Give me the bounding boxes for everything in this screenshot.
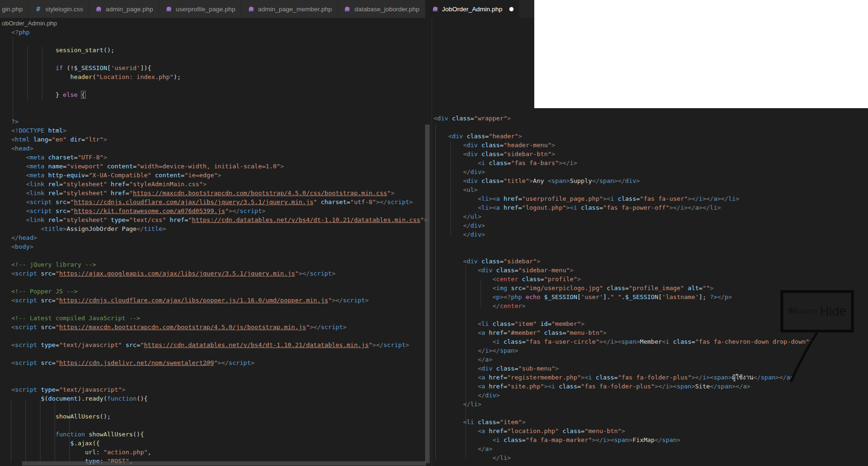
code-line <box>11 81 427 90</box>
code-line <box>11 376 427 385</box>
code-line: <?php <box>11 28 427 37</box>
tab-label: JobOrder_Admin.php <box>442 6 502 13</box>
code-line: <script src="https://cdnjs.cloudflare.co… <box>11 296 427 305</box>
hide-annotation-box: ที่ต้องการ Hide <box>780 290 854 332</box>
code-line: if (!$_SESSION['userid']){ <box>11 63 427 72</box>
code-line: <meta charset="UTF-8"> <box>11 153 427 162</box>
code-line: <link rel="stylesheet" type="text/css" h… <box>11 215 427 224</box>
horizontal-scrollbar-thumb[interactable] <box>22 461 426 466</box>
code-line: <!DOCTYPE html> <box>11 126 427 135</box>
code-line: <meta name="viewport" content="width=dev… <box>11 162 427 171</box>
code-line <box>11 108 427 117</box>
code-line: <li><a href="logout.php"><i class="fas f… <box>434 203 813 212</box>
tab-label: gin.php <box>2 6 23 13</box>
annotation-hide-label: Hide <box>820 304 846 319</box>
tab-label: admin_page.php <box>106 6 153 13</box>
code-line: </li> <box>434 400 813 409</box>
tab-label: admin_page_member.php <box>258 6 332 13</box>
code-line <box>11 278 427 287</box>
code-area-left: <?php session_start(); if (!$_SESSION['u… <box>11 28 427 466</box>
code-line: <!-- Latest compiled JavaScript --> <box>11 314 427 323</box>
tab-userprofile-page-php[interactable]: userprofile_page.php <box>159 0 241 18</box>
php-file-icon <box>165 5 172 13</box>
code-line: <body> <box>11 242 427 251</box>
code-line: <!-- jQuery library --> <box>11 260 427 269</box>
code-line: <script src="https://cdnjs.cloudflare.co… <box>11 197 427 206</box>
code-line: </div> <box>434 230 813 239</box>
code-line: function showAllUsers(){ <box>11 430 427 439</box>
tab-label: stylelogin.css <box>45 6 83 13</box>
code-line: <div class="sidebar-btn"> <box>434 150 813 158</box>
tab-joborder-admin-php[interactable]: JobOrder_Admin.php <box>426 0 520 18</box>
code-line: url: "action.php", <box>11 448 427 457</box>
code-line: <script src="https://cdn.jsdelivr.net/np… <box>11 358 427 367</box>
annotation-arrow <box>753 329 847 386</box>
code-line: <center class="profile"> <box>434 275 813 284</box>
code-line: <div class="wrapper"> <box>434 114 813 123</box>
editor-pane-left[interactable]: <?php session_start(); if (!$_SESSION['u… <box>0 18 429 466</box>
code-line: } else { <box>11 90 427 99</box>
code-line: <i class="fa fa-map-marker"></i><span>Fi… <box>434 435 813 444</box>
tab-label: database_joborder.php <box>354 6 419 13</box>
breadcrumb[interactable]: obOrder_Admin.php <box>2 20 57 27</box>
code-line: <li><a href="userprofile_page.php"><i cl… <box>434 194 813 203</box>
php-file-icon <box>247 5 255 13</box>
code-line <box>11 99 427 108</box>
code-line: ?> <box>11 117 427 126</box>
code-line: $.ajax({ <box>11 439 427 448</box>
code-line <box>434 248 813 257</box>
white-redaction-overlay <box>534 0 868 108</box>
code-line <box>11 421 427 430</box>
css-file-icon: # <box>34 5 42 13</box>
tab-gin-php[interactable]: gin.php <box>0 0 29 18</box>
code-line: <script src="https://maxcdn.bootstrapcdn… <box>11 323 427 332</box>
code-line: <img src="img/userpiclogo.jpg" class="pr… <box>434 284 813 292</box>
code-line <box>434 310 813 319</box>
code-line <box>434 123 813 132</box>
tab-admin-page-member-php[interactable]: admin_page_member.php <box>241 0 338 18</box>
vscode-window: { "colors": { "editor_bg": "#1e1e1e", "t… <box>0 0 868 466</box>
code-line: </div> <box>434 167 813 176</box>
tab-admin-page-php[interactable]: admin_page.php <box>89 0 160 18</box>
tab-label: userprofile_page.php <box>176 6 235 13</box>
code-line <box>11 332 427 340</box>
code-line: <head> <box>11 144 427 153</box>
code-line <box>11 349 427 358</box>
vertical-scrollbar-thumb[interactable] <box>425 125 430 463</box>
code-line: <i class="fas fa-bars"></i> <box>434 158 813 167</box>
code-line <box>11 367 427 376</box>
annotation-thai-label: ที่ต้องการ <box>788 306 817 317</box>
php-file-icon <box>431 5 439 13</box>
code-line: <div class="header"> <box>434 132 813 141</box>
code-line: <script src="https://ajax.googleapis.com… <box>11 269 427 278</box>
tab-stylelogin-css[interactable]: #stylelogin.css <box>29 0 89 18</box>
code-line: <html lang="en" dir="ltr"> <box>11 135 427 144</box>
code-line: header("Location: index.php"); <box>11 72 427 81</box>
code-line: <link rel="stylesheet" href="styleAdminM… <box>11 180 427 189</box>
code-line: <script src="https://kit.fontawesome.com… <box>11 206 427 215</box>
code-line: </li> <box>434 453 813 462</box>
modified-dot-icon[interactable] <box>509 7 514 11</box>
code-line: <div class="header-menu"> <box>434 141 813 150</box>
code-line <box>434 239 813 248</box>
code-line <box>11 251 427 260</box>
tab-database-joborder-php[interactable]: database_joborder.php <box>338 0 426 18</box>
code-line: <meta http-equiv="X-UA-Compatible" conte… <box>11 171 427 180</box>
code-line: <div class="title">Any <span>Supply</spa… <box>434 176 813 185</box>
code-line: <a href="location.php" class="menu-btn"> <box>434 427 813 435</box>
code-line: </div> <box>434 391 813 400</box>
code-line: </head> <box>11 233 427 242</box>
pane-divider[interactable] <box>432 18 432 466</box>
code-line: </a> <box>434 444 813 453</box>
code-line: session_start(); <box>11 46 427 55</box>
php-file-icon <box>344 5 351 13</box>
code-line: <li class="item"> <box>434 418 813 427</box>
code-line: <div class="sidebar"> <box>434 257 813 266</box>
code-line: <link rel="stylesheet" href="https://max… <box>11 189 427 197</box>
code-line: <p><?php echo $_SESSION['user']." ".$_SE… <box>434 292 813 301</box>
code-line: <li class="item" id="member"> <box>434 319 813 328</box>
code-line <box>434 409 813 418</box>
code-line <box>11 403 427 412</box>
code-line: <script type="text/javascript"> <box>11 385 427 394</box>
code-line <box>11 305 427 314</box>
